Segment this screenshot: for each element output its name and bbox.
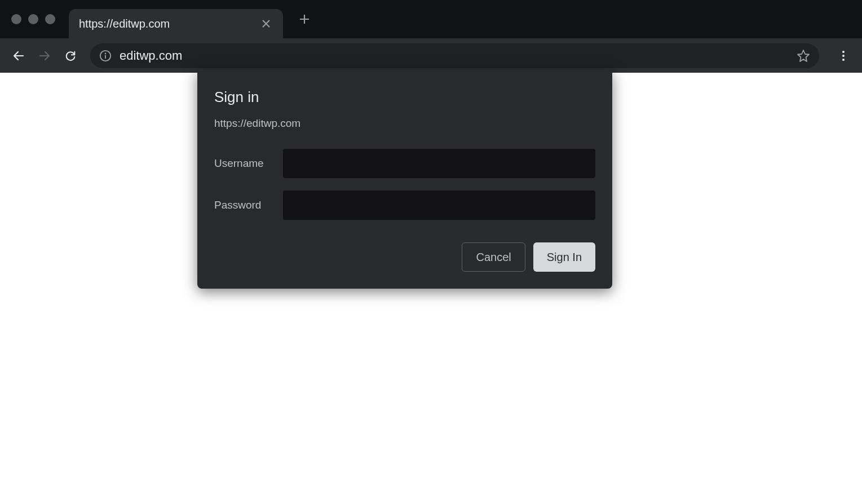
- password-label: Password: [214, 199, 283, 211]
- signin-button[interactable]: Sign In: [533, 242, 595, 272]
- svg-point-5: [842, 59, 845, 61]
- back-button[interactable]: [8, 45, 29, 67]
- window-controls: [11, 14, 55, 24]
- page-viewport: Sign in https://editwp.com Username Pass…: [0, 73, 862, 504]
- toolbar: editwp.com: [0, 38, 862, 73]
- password-input[interactable]: [283, 191, 595, 220]
- svg-point-4: [842, 55, 845, 57]
- svg-point-1: [105, 52, 107, 54]
- dialog-actions: Cancel Sign In: [214, 242, 595, 272]
- url-text: editwp.com: [120, 48, 797, 63]
- username-label: Username: [214, 157, 283, 170]
- window-minimize-button[interactable]: [28, 14, 38, 24]
- star-icon: [797, 49, 810, 63]
- window-maximize-button[interactable]: [45, 14, 55, 24]
- close-icon: [262, 19, 271, 28]
- plus-icon: [299, 14, 310, 25]
- browser-menu-button[interactable]: [833, 45, 854, 67]
- browser-tab[interactable]: https://editwp.com: [69, 9, 283, 38]
- arrow-right-icon: [38, 49, 51, 63]
- address-bar[interactable]: editwp.com: [90, 43, 819, 68]
- arrow-left-icon: [12, 49, 25, 63]
- svg-point-3: [842, 51, 845, 53]
- new-tab-button[interactable]: [295, 10, 313, 28]
- forward-button[interactable]: [34, 45, 55, 67]
- window-close-button[interactable]: [11, 14, 21, 24]
- titlebar: https://editwp.com: [0, 0, 862, 38]
- kebab-icon: [838, 50, 849, 61]
- info-icon: [99, 50, 112, 62]
- dialog-origin: https://editwp.com: [214, 117, 595, 130]
- bookmark-button[interactable]: [797, 49, 810, 63]
- close-tab-button[interactable]: [259, 17, 273, 30]
- tab-title: https://editwp.com: [79, 17, 259, 30]
- site-info-button[interactable]: [99, 50, 112, 62]
- http-auth-dialog: Sign in https://editwp.com Username Pass…: [197, 70, 612, 289]
- username-input[interactable]: [283, 149, 595, 178]
- browser-chrome: https://editwp.com editwp.com: [0, 0, 862, 73]
- password-row: Password: [214, 191, 595, 220]
- username-row: Username: [214, 149, 595, 178]
- svg-rect-2: [105, 55, 106, 58]
- reload-button[interactable]: [60, 45, 81, 67]
- reload-icon: [64, 50, 77, 62]
- dialog-title: Sign in: [214, 89, 595, 106]
- cancel-button[interactable]: Cancel: [462, 242, 525, 272]
